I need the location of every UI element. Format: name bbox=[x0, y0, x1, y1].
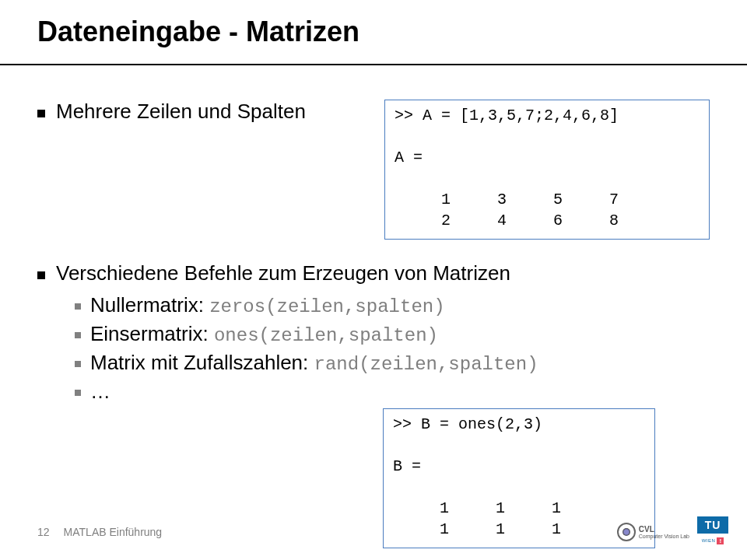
sub-label-2: Einsermatrix: bbox=[90, 322, 214, 345]
code-example-1: >> A = [1,3,5,7;2,4,6,8] A = 1 3 5 7 2 4… bbox=[384, 100, 710, 240]
content-area: Mehrere Zeilen und Spalten >> A = [1,3,5… bbox=[37, 100, 710, 548]
sub-bullet-row-2: Einsermatrix: ones(zeilen,spalten) bbox=[75, 322, 710, 346]
sub-label-4: … bbox=[90, 380, 110, 404]
title-underline bbox=[0, 64, 747, 65]
eye-icon bbox=[617, 523, 636, 541]
logo-group: CVL Computer Vision Lab TU WIEN ! bbox=[617, 516, 728, 548]
sub-bullet-row-3: Matrix mit Zufallszahlen: rand(zeilen,sp… bbox=[75, 351, 710, 375]
bullet-text-2: Verschiedene Befehle zum Erzeugen von Ma… bbox=[56, 261, 510, 285]
sub-bullet-row-4: … bbox=[75, 380, 710, 404]
page-number: 12 bbox=[37, 526, 50, 538]
sub-code-2: ones(zeilen,spalten) bbox=[214, 325, 438, 346]
sub-bullet-icon bbox=[75, 361, 81, 367]
bullet-icon bbox=[37, 271, 45, 279]
sub-bullet-icon bbox=[75, 332, 81, 338]
footer: 12 MATLAB Einführung CVL Computer Vision… bbox=[37, 516, 728, 548]
tuw-mark: ! bbox=[717, 537, 724, 544]
page-title: Dateneingabe - Matrizen bbox=[37, 16, 710, 48]
code-example-1-wrap: Mehrere Zeilen und Spalten >> A = [1,3,5… bbox=[37, 100, 710, 240]
cvl-text-1: CVL bbox=[639, 526, 689, 534]
cvl-logo: CVL Computer Vision Lab bbox=[617, 523, 689, 541]
sub-bullet-row-1: Nullermatrix: zeros(zeilen,spalten) bbox=[75, 293, 710, 317]
bullet-row-2: Verschiedene Befehle zum Erzeugen von Ma… bbox=[37, 261, 710, 285]
bullet-text-1: Mehrere Zeilen und Spalten bbox=[56, 100, 306, 124]
sub-label-1: Nullermatrix: bbox=[90, 293, 209, 317]
cvl-text-2: Computer Vision Lab bbox=[639, 534, 689, 539]
tuw-wien: WIEN bbox=[702, 538, 716, 543]
tuwien-logo: TU WIEN ! bbox=[697, 516, 728, 548]
slide: Dateneingabe - Matrizen Mehrere Zeilen u… bbox=[0, 0, 747, 560]
tuw-top: TU bbox=[697, 516, 728, 534]
sub-code-1: zeros(zeilen,spalten) bbox=[209, 296, 444, 317]
sub-bullet-icon bbox=[75, 390, 81, 396]
bullet-row-1: Mehrere Zeilen und Spalten bbox=[37, 100, 384, 124]
sub-bullet-icon bbox=[75, 303, 81, 310]
sub-label-3: Matrix mit Zufallszahlen: bbox=[90, 351, 314, 374]
footer-left: 12 MATLAB Einführung bbox=[37, 526, 162, 538]
sub-code-3: rand(zeilen,spalten) bbox=[314, 354, 538, 375]
bullet-icon bbox=[37, 110, 45, 117]
footer-label: MATLAB Einführung bbox=[64, 526, 163, 538]
